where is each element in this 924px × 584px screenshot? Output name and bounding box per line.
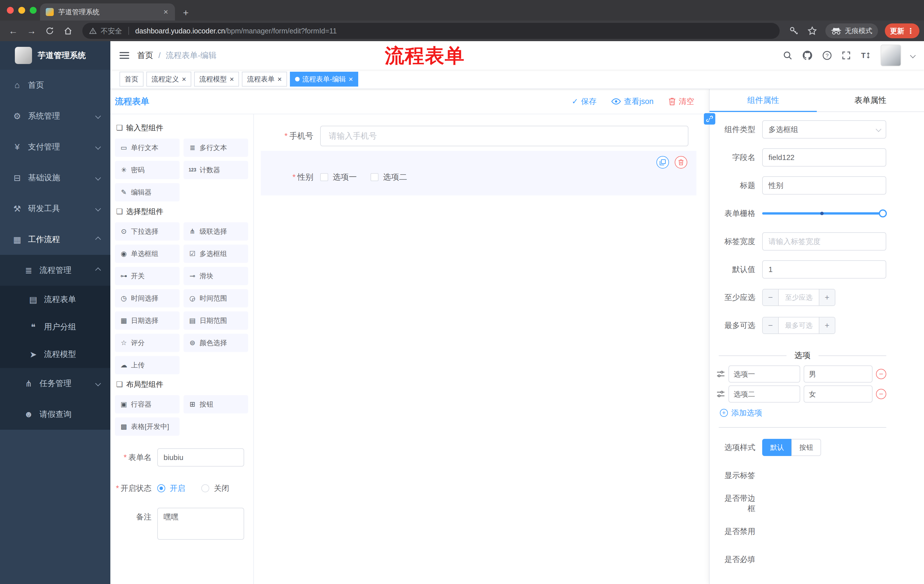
palette-item-time-range[interactable]: ◶时间范围 <box>183 289 248 308</box>
min-select-input[interactable] <box>779 290 819 306</box>
browser-tab[interactable]: 芋道管理系统 × <box>40 3 175 21</box>
status-on-radio[interactable]: 开启 <box>157 483 185 494</box>
tab-component-props[interactable]: 组件属性 <box>710 89 817 112</box>
palette-item-button[interactable]: ⊞按钮 <box>183 395 248 413</box>
sidebar-item-task-management[interactable]: ⋔ 任务管理 <box>0 368 111 399</box>
palette-item-color-picker[interactable]: ⊚颜色选择 <box>183 334 248 352</box>
tag-process-form-edit[interactable]: 流程表单-编辑 × <box>290 72 358 87</box>
copy-field-button[interactable] <box>657 156 669 169</box>
sidebar-item-process-management[interactable]: ≣ 流程管理 <box>0 255 111 286</box>
tag-process-form[interactable]: 流程表单 × <box>242 72 287 87</box>
fullscreen-icon[interactable] <box>842 51 851 60</box>
palette-item-editor[interactable]: ✎编辑器 <box>115 183 180 201</box>
checkbox-label[interactable]: 选项二 <box>383 167 407 188</box>
option-value-input[interactable] <box>804 385 873 403</box>
forward-button[interactable]: → <box>23 23 40 39</box>
sidebar-item-workflow[interactable]: ▦ 工作流程 <box>0 224 111 255</box>
tag-home[interactable]: 首页 <box>119 72 144 87</box>
sidebar-item-payment-management[interactable]: ¥ 支付管理 <box>0 132 111 162</box>
update-button[interactable]: 更新 ⋮ <box>885 23 919 38</box>
search-icon[interactable] <box>783 51 792 60</box>
palette-item-password[interactable]: ✳密码 <box>115 161 180 179</box>
sidebar-item-leave-query[interactable]: ☻ 请假查询 <box>0 399 111 430</box>
remove-option-button[interactable]: − <box>876 369 886 379</box>
gender-field[interactable]: 性别 选项一 选项二 <box>261 167 696 188</box>
user-avatar[interactable] <box>881 44 901 66</box>
decrease-button[interactable]: − <box>763 317 779 334</box>
sidebar-item-home[interactable]: ⌂ 首页 <box>0 70 111 100</box>
palette-item-row-container[interactable]: ▣行容器 <box>115 395 180 413</box>
password-key-icon[interactable] <box>785 23 802 39</box>
breadcrumb-home[interactable]: 首页 <box>137 50 153 61</box>
app-logo[interactable]: 芋道管理系统 <box>0 41 111 70</box>
reload-button[interactable] <box>41 23 58 39</box>
drag-handle-icon[interactable] <box>716 370 725 378</box>
form-name-input[interactable] <box>157 448 244 467</box>
palette-item-cascader[interactable]: ⋔级联选择 <box>183 222 248 240</box>
palette-item-time-picker[interactable]: ◷时间选择 <box>115 289 180 308</box>
delete-field-button[interactable] <box>675 156 687 169</box>
style-default-button[interactable]: 默认 <box>762 439 792 456</box>
home-button[interactable] <box>59 23 77 39</box>
tag-process-definition[interactable]: 流程定义 × <box>146 72 191 87</box>
max-select-input[interactable] <box>779 317 819 334</box>
decrease-button[interactable]: − <box>763 290 779 306</box>
palette-item-table[interactable]: ▩表格[开发中] <box>115 418 180 436</box>
tag-close-icon[interactable]: × <box>229 76 234 83</box>
minimize-window-button[interactable] <box>18 7 25 14</box>
sidebar-toggle-button[interactable] <box>119 50 129 61</box>
label-width-input[interactable] <box>762 232 886 250</box>
fullscreen-window-button[interactable] <box>30 7 36 14</box>
browser-menu-dots-icon[interactable]: ⋮ <box>907 27 914 35</box>
new-tab-button[interactable]: + <box>183 7 189 18</box>
tag-close-icon[interactable]: × <box>182 76 186 83</box>
increase-button[interactable]: + <box>819 317 835 334</box>
github-icon[interactable] <box>802 50 812 61</box>
font-size-icon[interactable]: T <box>861 51 871 60</box>
back-button[interactable]: ← <box>5 23 22 39</box>
component-type-select[interactable]: 多选框组 <box>762 120 886 138</box>
tag-close-icon[interactable]: × <box>277 76 282 83</box>
palette-item-checkbox-group[interactable]: ☑多选框组 <box>183 245 248 263</box>
bookmark-star-icon[interactable] <box>804 23 821 39</box>
phone-input[interactable] <box>320 126 688 146</box>
palette-item-rate[interactable]: ☆评分 <box>115 334 180 352</box>
palette-item-radio-group[interactable]: ◉单选框组 <box>115 245 180 263</box>
remove-option-button[interactable]: − <box>876 389 886 399</box>
slider-handle[interactable] <box>879 209 887 217</box>
link-button[interactable] <box>704 113 715 125</box>
phone-field[interactable]: 手机号 <box>261 126 696 146</box>
tag-process-model[interactable]: 流程模型 × <box>194 72 239 87</box>
selected-gender-field[interactable]: 性别 选项一 选项二 <box>261 151 696 196</box>
checkbox-icon[interactable] <box>320 173 328 181</box>
view-json-button[interactable]: 查看json <box>611 96 653 107</box>
sidebar-item-process-form[interactable]: ▤ 流程表单 <box>0 286 111 313</box>
sidebar-item-system-management[interactable]: ⚙ 系统管理 <box>0 100 111 132</box>
checkbox-icon[interactable] <box>371 173 378 181</box>
form-canvas[interactable]: 手机号 <box>254 114 709 584</box>
avatar-caret-icon[interactable] <box>910 53 916 58</box>
grid-slider[interactable] <box>762 212 883 215</box>
default-value-input[interactable] <box>762 260 886 278</box>
option-value-input[interactable] <box>804 365 873 383</box>
checkbox-label[interactable]: 选项一 <box>333 167 357 188</box>
increase-button[interactable]: + <box>819 290 835 306</box>
palette-item-multi-line-text[interactable]: ≣多行文本 <box>183 138 248 157</box>
tab-form-props[interactable]: 表单属性 <box>817 89 924 112</box>
close-window-button[interactable] <box>7 7 14 14</box>
palette-item-upload[interactable]: ☁上传 <box>115 356 180 374</box>
help-icon[interactable]: ? <box>822 51 832 60</box>
field-name-input[interactable] <box>762 148 886 166</box>
sidebar-item-user-group[interactable]: ❝ 用户分组 <box>0 313 111 341</box>
add-option-button[interactable]: + 添加选项 <box>720 408 886 418</box>
tag-close-icon[interactable]: × <box>349 76 353 83</box>
title-input[interactable] <box>762 176 886 194</box>
sidebar-item-dev-tools[interactable]: ⚒ 研发工具 <box>0 193 111 224</box>
option-label-input[interactable] <box>728 385 800 403</box>
save-button[interactable]: ✓ 保存 <box>572 96 597 107</box>
form-remark-textarea[interactable]: 嘿嘿 <box>157 508 244 540</box>
style-button-button[interactable]: 按钮 <box>791 439 821 456</box>
status-off-radio[interactable]: 关闭 <box>201 483 229 494</box>
clear-button[interactable]: 清空 <box>668 96 694 107</box>
option-label-input[interactable] <box>728 365 800 383</box>
